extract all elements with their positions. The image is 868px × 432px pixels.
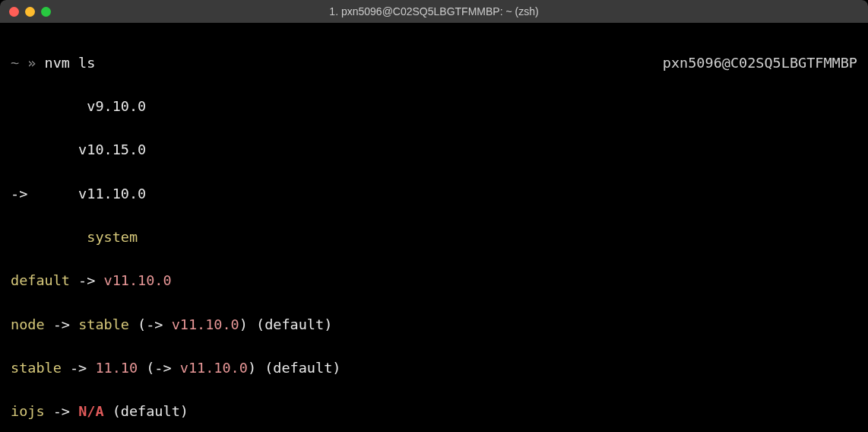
alias-iojs: iojs -> N/A (default) — [11, 401, 857, 423]
output-line: system — [11, 227, 857, 249]
output-line: v10.15.0 — [11, 139, 857, 161]
prompt-line: ~ » nvm lspxn5096@C02SQ5LBGTFMMBP — [11, 52, 857, 75]
alias-target: stable — [78, 316, 129, 332]
output-line: -> v11.10.0 — [11, 183, 857, 205]
close-icon[interactable] — [9, 7, 19, 17]
alias-stable: stable -> 11.10 (-> v11.10.0) (default) — [11, 357, 857, 380]
alias-target: v11.10.0 — [104, 272, 172, 288]
command: nvm ls — [45, 55, 96, 71]
node-version-current: v11.10.0 — [78, 186, 146, 202]
resolved-version: v11.10.0 — [180, 360, 248, 376]
alias-target: 11.10 — [95, 360, 138, 376]
alias-name: node — [11, 316, 45, 332]
alias-target-na: N/A — [78, 403, 103, 419]
node-version: v9.10.0 — [87, 98, 146, 114]
alias-name: iojs — [11, 403, 45, 419]
system-label: system — [87, 229, 138, 245]
selected-arrow: -> — [11, 186, 27, 202]
alias-default: default -> v11.10.0 — [11, 270, 857, 292]
node-version: v10.15.0 — [78, 141, 146, 157]
titlebar: 1. pxn5096@C02SQ5LBGTFMMBP: ~ (zsh) — [0, 0, 868, 23]
ps1: ~ » — [11, 55, 45, 71]
terminal-window: 1. pxn5096@C02SQ5LBGTFMMBP: ~ (zsh) ~ » … — [0, 0, 868, 432]
minimize-icon[interactable] — [25, 7, 35, 17]
alias-name: default — [11, 272, 70, 288]
host-label: pxn5096@C02SQ5LBGTFMMBP — [663, 52, 857, 75]
traffic-lights — [9, 7, 51, 17]
alias-name: stable — [11, 360, 62, 376]
alias-node: node -> stable (-> v11.10.0) (default) — [11, 314, 857, 336]
window-title: 1. pxn5096@C02SQ5LBGTFMMBP: ~ (zsh) — [9, 5, 859, 17]
output-line: v9.10.0 — [11, 96, 857, 118]
maximize-icon[interactable] — [41, 7, 51, 17]
resolved-version: v11.10.0 — [172, 316, 239, 332]
terminal-body[interactable]: ~ » nvm lspxn5096@C02SQ5LBGTFMMBP v9.10.… — [0, 23, 868, 432]
